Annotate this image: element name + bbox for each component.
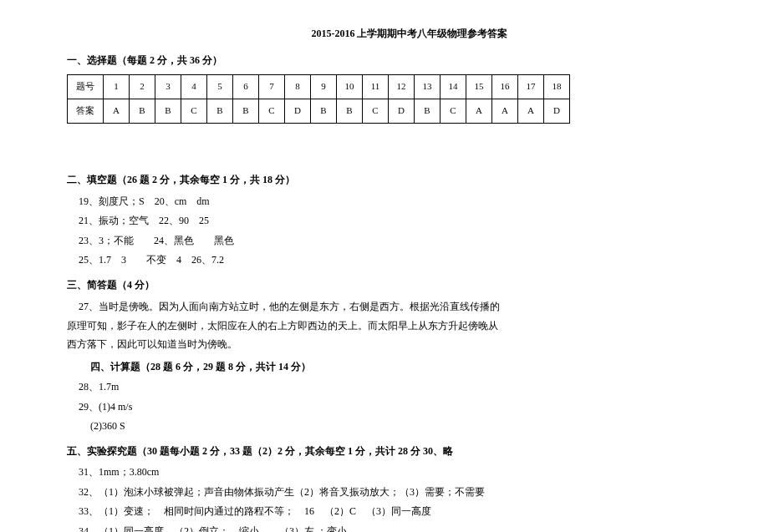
table-row: 题号 1 2 3 4 5 6 7 8 9 10 11 12 13 14 15 1… <box>68 75 570 99</box>
text-line: 21、振动；空气 22、90 25 <box>67 212 702 231</box>
section2-header: 二、填空题（26 题 2 分，其余每空 1 分，共 18 分） <box>67 171 702 190</box>
cell: 15 <box>466 75 492 99</box>
page-title: 2015-2016 上学期期中考八年级物理参考答案 <box>67 25 702 43</box>
text-line: 西方落下，因此可以知道当时为傍晚。 <box>67 336 702 354</box>
cell: 5 <box>207 75 233 99</box>
cell: C <box>181 99 207 123</box>
cell: B <box>233 99 259 123</box>
text-line: 27、当时是傍晚。因为人面向南方站立时，他的左侧是东方，右侧是西方。根据光沿直线… <box>67 298 702 317</box>
cell: A <box>492 99 518 123</box>
row-label-ans: 答案 <box>68 99 104 123</box>
text-line: 32、（1）泡沫小球被弹起；声音由物体振动产生（2）将音叉振动放大；（3）需要；… <box>67 484 702 502</box>
cell: 6 <box>233 75 259 99</box>
text-line: 23、3；不能 24、黑色 黑色 <box>67 232 702 251</box>
section3-header: 三、简答题（4 分） <box>67 276 702 295</box>
cell: 12 <box>389 75 415 99</box>
cell: B <box>155 99 181 123</box>
cell: A <box>518 99 544 123</box>
cell: B <box>311 99 337 123</box>
text-line: 原理可知，影子在人的左侧时，太阳应在人的右上方即西边的天上。而太阳早上从东方升起… <box>67 317 702 336</box>
cell: 11 <box>363 75 389 99</box>
cell: A <box>466 99 492 123</box>
cell: 18 <box>544 75 570 99</box>
cell: B <box>337 99 363 123</box>
text-line: 31、1mm；3.80cm <box>67 464 702 482</box>
cell: B <box>130 99 155 123</box>
cell: D <box>285 99 311 123</box>
cell: 7 <box>259 75 285 99</box>
section4-header: 四、计算题（28 题 6 分，29 题 8 分，共计 14 分） <box>67 358 702 377</box>
cell: C <box>259 99 285 123</box>
cell: B <box>207 99 233 123</box>
text-line: 34、（1）同一高度 （2）倒立； 缩小 （3）左 ；变小 <box>67 523 702 532</box>
section1-header: 一、选择题（每题 2 分，共 36 分） <box>67 52 702 70</box>
cell: D <box>389 99 415 123</box>
cell: C <box>441 99 466 123</box>
cell: 4 <box>181 75 207 99</box>
section5-header: 五、实验探究题（30 题每小题 2 分，33 题（2）2 分，其余每空 1 分，… <box>67 443 702 461</box>
table-row: 答案 A B B C B B C D B B C D B C A A A D <box>68 99 570 123</box>
cell: 9 <box>311 75 337 99</box>
cell: 13 <box>415 75 441 99</box>
row-label-num: 题号 <box>68 75 104 99</box>
text-line: 28、1.7m <box>67 378 702 397</box>
text-line: 29、(1)4 m/s <box>67 398 702 417</box>
cell: 1 <box>104 75 130 99</box>
cell: B <box>415 99 441 123</box>
text-line: 33、（1）变速； 相同时间内通过的路程不等； 16 （2）C （3）同一高度 <box>67 503 702 521</box>
cell: A <box>104 99 130 123</box>
cell: 14 <box>441 75 466 99</box>
cell: 10 <box>337 75 363 99</box>
text-line: 25、1.7 3 不变 4 26、7.2 <box>67 251 702 270</box>
cell: 8 <box>285 75 311 99</box>
text-line: 19、刻度尺；S 20、cm dm <box>67 193 702 211</box>
text-line: (2)360 S <box>67 418 702 436</box>
cell: C <box>363 99 389 123</box>
cell: 3 <box>155 75 181 99</box>
cell: 16 <box>492 75 518 99</box>
answer-table: 题号 1 2 3 4 5 6 7 8 9 10 11 12 13 14 15 1… <box>67 74 570 124</box>
cell: 17 <box>518 75 544 99</box>
cell: 2 <box>130 75 155 99</box>
cell: D <box>544 99 570 123</box>
